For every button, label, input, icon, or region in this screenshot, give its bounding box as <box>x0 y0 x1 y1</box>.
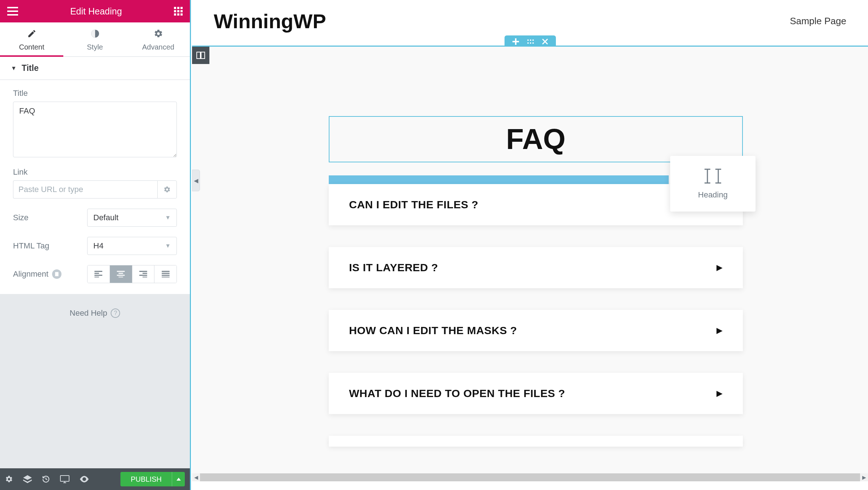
responsive-mode-icon[interactable] <box>60 475 69 483</box>
svg-point-39 <box>530 42 531 44</box>
svg-rect-15 <box>95 273 99 274</box>
edit-section-icon[interactable] <box>527 38 534 45</box>
responsive-icon[interactable] <box>52 269 61 279</box>
heading-widget-selected[interactable]: FAQ <box>329 116 743 162</box>
site-title: WinningWP <box>214 9 326 33</box>
svg-rect-22 <box>139 271 147 272</box>
chevron-down-icon: ▼ <box>165 214 171 221</box>
title-control: Title <box>13 89 177 157</box>
accordion-item[interactable]: WHAT DO I NEED TO OPEN THE FILES ? ▶ <box>329 373 743 414</box>
add-section-icon[interactable] <box>512 38 519 45</box>
tab-advanced[interactable]: Advanced <box>127 22 190 56</box>
svg-point-37 <box>532 39 534 41</box>
align-left-button[interactable] <box>88 265 110 283</box>
need-help-label: Need Help <box>70 308 107 318</box>
svg-rect-17 <box>95 277 99 277</box>
accordion-item[interactable] <box>329 436 743 447</box>
size-select[interactable]: Default ▼ <box>87 209 177 227</box>
tab-content-label: Content <box>19 43 44 51</box>
nav-link-sample-page[interactable]: Sample Page <box>790 16 846 27</box>
tab-style[interactable]: Style <box>63 22 127 56</box>
link-control: Link <box>13 167 177 199</box>
settings-icon[interactable] <box>5 475 13 483</box>
accordion-list: CAN I EDIT THE FILES ? IS IT LAYERED ? ▶… <box>329 184 743 447</box>
accordion-item[interactable]: HOW CAN I EDIT THE MASKS ? ▶ <box>329 310 743 351</box>
accordion-title: HOW CAN I EDIT THE MASKS ? <box>349 324 517 337</box>
scroll-left-icon[interactable]: ◀ <box>192 473 200 481</box>
accordion-item[interactable]: IS IT LAYERED ? ▶ <box>329 247 743 288</box>
sidebar-title: Edit Heading <box>18 6 174 17</box>
svg-rect-5 <box>180 7 183 9</box>
publish-options-button[interactable] <box>172 472 185 486</box>
collapse-panel-handle[interactable]: ◀ <box>192 170 200 191</box>
alignment-control: Alignment <box>13 265 177 283</box>
close-section-icon[interactable] <box>542 38 548 45</box>
tab-style-label: Style <box>87 43 103 51</box>
publish-button-group: PUBLISH <box>120 472 185 486</box>
preview-section: ◀ FAQ CAN I EDIT THE FILES ? IS IT LAYER… <box>192 46 868 481</box>
accordion-title: CAN I EDIT THE FILES ? <box>349 199 478 211</box>
align-right-button[interactable] <box>132 265 155 283</box>
svg-rect-34 <box>512 41 519 42</box>
horizontal-scrollbar[interactable]: ◀ ▶ <box>192 473 868 481</box>
svg-point-35 <box>527 39 529 41</box>
widgets-grid-icon[interactable] <box>174 7 183 16</box>
svg-rect-13 <box>55 272 58 276</box>
accordion-title: WHAT DO I NEED TO OPEN THE FILES ? <box>349 387 565 400</box>
pencil-icon <box>0 29 63 41</box>
history-icon[interactable] <box>42 475 50 483</box>
section-title: Title <box>22 63 39 73</box>
heading-drag-widget[interactable]: Heading <box>670 156 756 212</box>
html-tag-control: HTML Tag H4 ▼ <box>13 237 177 255</box>
need-help[interactable]: Need Help ? <box>0 294 190 332</box>
navigator-icon[interactable] <box>23 475 32 483</box>
svg-rect-18 <box>117 271 125 272</box>
svg-rect-6 <box>174 10 176 12</box>
svg-rect-1 <box>7 10 18 12</box>
svg-rect-11 <box>180 13 183 16</box>
preview-area: WinningWP Sample Page ◀ FAQ CAN I EDIT T… <box>192 0 868 490</box>
html-tag-label: HTML Tag <box>13 241 87 251</box>
alignment-group <box>87 265 177 283</box>
gear-icon <box>127 29 190 41</box>
html-tag-value: H4 <box>93 241 103 251</box>
align-center-button[interactable] <box>110 265 132 283</box>
alignment-label: Alignment <box>13 269 48 279</box>
align-justify-button[interactable] <box>154 265 176 283</box>
size-label: Size <box>13 213 87 222</box>
section-title-row[interactable]: ▼ Title <box>0 57 190 80</box>
link-settings-button[interactable] <box>157 180 177 199</box>
svg-rect-3 <box>174 7 176 9</box>
svg-rect-23 <box>142 273 147 274</box>
style-icon <box>63 29 127 41</box>
svg-rect-8 <box>180 10 183 12</box>
menu-icon[interactable] <box>7 7 18 16</box>
svg-rect-10 <box>177 13 179 16</box>
svg-rect-20 <box>117 275 125 276</box>
svg-point-40 <box>532 42 534 44</box>
preview-icon[interactable] <box>80 476 89 482</box>
scroll-right-icon[interactable]: ▶ <box>860 473 868 481</box>
publish-button[interactable]: PUBLISH <box>120 472 172 486</box>
title-textarea[interactable] <box>13 102 177 157</box>
scroll-track[interactable] <box>200 473 860 481</box>
svg-rect-29 <box>162 277 170 277</box>
gear-icon <box>163 186 171 193</box>
accent-bar <box>329 175 669 184</box>
html-tag-select[interactable]: H4 ▼ <box>87 237 177 255</box>
controls: Title Link Size Default ▼ HTML Tag <box>0 80 190 294</box>
svg-rect-27 <box>162 273 170 274</box>
tab-advanced-label: Advanced <box>142 43 174 51</box>
column-handle[interactable] <box>192 47 209 64</box>
link-input[interactable] <box>13 180 157 199</box>
svg-rect-19 <box>119 273 123 274</box>
chevron-down-icon: ▼ <box>165 243 171 249</box>
svg-rect-16 <box>95 275 103 276</box>
svg-rect-9 <box>174 13 176 16</box>
svg-rect-25 <box>142 277 147 277</box>
tab-content[interactable]: Content <box>0 22 63 56</box>
editor-sidebar: Edit Heading Content Style Advanced ▼ Ti… <box>0 0 191 490</box>
svg-rect-26 <box>162 271 170 272</box>
link-label: Link <box>13 167 177 177</box>
svg-rect-44 <box>201 52 205 59</box>
